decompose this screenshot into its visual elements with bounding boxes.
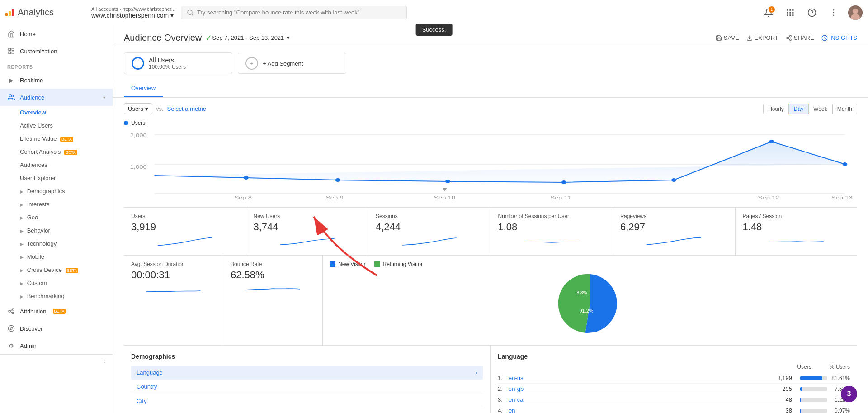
metric-card-sessions-per-user: Number of Sessions per User 1.08	[491, 208, 613, 255]
action-buttons: SAVE EXPORT SHARE INSIGHTS	[716, 34, 857, 41]
export-button[interactable]: EXPORT	[746, 34, 778, 41]
sidebar-sub-behavior[interactable]: ▶ Behavior	[0, 224, 113, 237]
metric-card-bounce-rate: Bounce Rate 62.58%	[223, 256, 323, 345]
reports-section-label: REPORTS	[0, 60, 113, 71]
date-range-picker[interactable]: Sep 7, 2021 - Sep 13, 2021 ▾	[212, 34, 290, 41]
save-button[interactable]: SAVE	[716, 34, 739, 41]
chat-badge[interactable]: 3	[841, 386, 857, 402]
chart-area: Users 2,000 1,000	[113, 120, 868, 207]
svg-text:Sep 10: Sep 10	[434, 195, 455, 200]
period-btn-day[interactable]: Day	[789, 104, 808, 114]
pie-chart-container: 91.2% 8.8%	[330, 267, 850, 340]
svg-text:▾: ▾	[443, 185, 447, 193]
sidebar-sub-benchmarking[interactable]: ▶ Benchmarking	[0, 290, 113, 303]
header-actions-area: Sep 7, 2021 - Sep 13, 2021 ▾	[212, 34, 290, 41]
customization-icon	[7, 47, 15, 55]
sidebar-sub-technology[interactable]: ▶ Technology	[0, 237, 113, 250]
sidebar-home-label: Home	[20, 31, 36, 38]
sidebar-sub-cohort-analysis[interactable]: Cohort Analysis BETA	[0, 145, 113, 158]
sidebar-item-audience[interactable]: Audience ▾	[0, 89, 113, 106]
lang-bar-bg-4	[800, 409, 827, 413]
more-button[interactable]	[826, 5, 841, 20]
svg-rect-20	[12, 48, 14, 51]
lang-bar-fill-4	[800, 409, 801, 413]
lang-name-4[interactable]: en	[509, 407, 761, 413]
sidebar-sub-geo[interactable]: ▶ Geo	[0, 211, 113, 224]
sidebar-item-attribution[interactable]: Attribution BETA	[0, 303, 113, 320]
logo-icon	[5, 9, 14, 16]
demographics-title: Demographics	[131, 353, 483, 360]
notifications-button[interactable]: 1	[761, 5, 776, 20]
apps-button[interactable]	[783, 5, 797, 20]
segment-info: All Users 100.00% Users	[149, 57, 186, 70]
sidebar-item-home[interactable]: Home	[0, 25, 113, 43]
sidebar-collapse-button[interactable]: ‹	[0, 354, 113, 368]
pie-legend-new-icon	[330, 261, 335, 267]
pie-chart-svg: 91.2% 8.8%	[554, 267, 626, 340]
svg-point-45	[445, 180, 450, 183]
sidebar-sub-audiences[interactable]: Audiences	[0, 158, 113, 171]
tab-overview[interactable]: Overview	[124, 80, 163, 97]
avatar[interactable]	[848, 5, 863, 20]
demo-link-language-arrow: ›	[476, 369, 477, 376]
metrics-container: Users 3,919 New Users 3,744 Sessions 4,2…	[124, 207, 857, 255]
lang-name-1[interactable]: en-us	[509, 375, 761, 381]
help-button[interactable]	[805, 5, 819, 20]
period-btn-month[interactable]: Month	[832, 104, 857, 114]
share-button[interactable]: SHARE	[786, 34, 814, 41]
pie-legend-returning: Returning Visitor	[374, 261, 423, 267]
select-metric-link[interactable]: Select a metric	[167, 105, 206, 112]
sidebar-sub-mobile[interactable]: ▶ Mobile	[0, 250, 113, 263]
period-btn-week[interactable]: Week	[808, 104, 832, 114]
svg-text:Sep 12: Sep 12	[758, 195, 779, 200]
svg-point-15	[833, 14, 835, 16]
sidebar-sub-demographics[interactable]: ▶ Demographics	[0, 185, 113, 198]
audience-icon	[7, 93, 15, 101]
language-col-headers: Users % Users	[498, 364, 850, 370]
sidebar-item-discover[interactable]: Discover	[0, 320, 113, 337]
account-path: All accounts › http://www.christopher...	[91, 6, 175, 12]
insights-button[interactable]: INSIGHTS	[821, 34, 857, 41]
discover-label: Discover	[20, 325, 43, 332]
realtime-icon: ▶	[7, 76, 15, 84]
segment-circle-icon	[132, 57, 144, 70]
demo-link-city[interactable]: City	[131, 394, 483, 408]
sidebar-item-realtime[interactable]: ▶ Realtime	[0, 71, 113, 89]
add-segment-button[interactable]: + + Add Segment	[238, 53, 346, 74]
lang-name-3[interactable]: en-ca	[509, 396, 761, 403]
date-dropdown-icon: ▾	[287, 34, 290, 41]
page-title: Audience Overview ✓	[124, 33, 212, 43]
lang-name-2[interactable]: en-gb	[509, 385, 761, 392]
search-bar[interactable]	[181, 6, 407, 19]
demo-link-country[interactable]: Country	[131, 380, 483, 394]
segment-all-users[interactable]: All Users 100.00% Users	[124, 52, 232, 74]
sidebar-sub-custom[interactable]: ▶ Custom	[0, 276, 113, 290]
sidebar-sub-active-users[interactable]: Active Users	[0, 119, 113, 132]
domain-selector[interactable]: www.christopherspenn.com ▾	[91, 12, 175, 19]
svg-point-44	[335, 178, 340, 182]
svg-line-35	[788, 38, 790, 39]
lang-pct-wrap-4: 0.97%	[796, 408, 850, 413]
sidebar-item-admin[interactable]: ⚙ Admin	[0, 337, 113, 354]
search-input[interactable]	[197, 9, 401, 16]
svg-point-47	[671, 178, 676, 182]
main-content: Audience Overview ✓ Sep 7, 2021 - Sep 13…	[113, 25, 868, 413]
pie-legend-row: New Visitor Returning Visitor	[330, 261, 850, 267]
vs-label: vs.	[156, 105, 164, 112]
period-btn-hourly[interactable]: Hourly	[763, 104, 789, 114]
metric-card-users: Users 3,919	[124, 208, 246, 255]
sidebar-sub-cross-device[interactable]: ▶ Cross Device BETA	[0, 263, 113, 276]
sidebar-item-customization[interactable]: Customization	[0, 43, 113, 60]
metric-dropdown[interactable]: Users ▾	[124, 103, 152, 114]
attribution-icon	[7, 307, 15, 315]
sidebar-sub-user-explorer[interactable]: User Explorer	[0, 171, 113, 185]
sparkline-pageviews	[620, 236, 728, 248]
demo-link-language[interactable]: Language ›	[131, 366, 483, 380]
language-section: Language Users % Users 1. en-us 3,199 81…	[491, 346, 857, 413]
lang-bar-fill-2	[800, 387, 802, 391]
expand-arrow-behavior: ▶	[20, 228, 24, 233]
svg-point-48	[769, 140, 774, 143]
sidebar-sub-lifetime-value[interactable]: Lifetime Value BETA	[0, 132, 113, 145]
sidebar-sub-interests[interactable]: ▶ Interests	[0, 198, 113, 211]
sidebar-sub-overview[interactable]: Overview	[0, 106, 113, 119]
